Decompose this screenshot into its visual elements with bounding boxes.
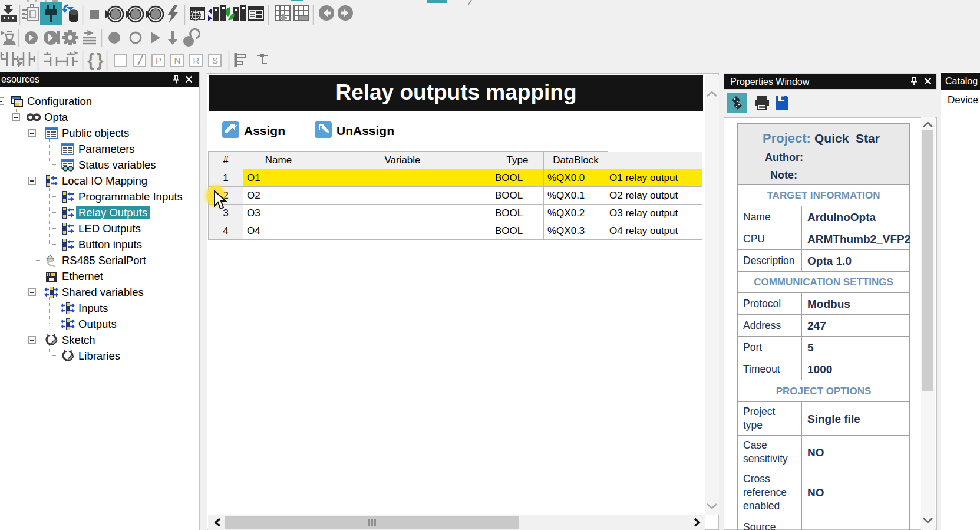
svg-text:R: R xyxy=(193,55,200,65)
svg-text:}: } xyxy=(97,50,104,70)
svg-text:P: P xyxy=(156,55,161,65)
svg-text:{: { xyxy=(87,50,94,70)
svg-text:S: S xyxy=(212,55,218,65)
svg-text:N: N xyxy=(174,55,181,65)
